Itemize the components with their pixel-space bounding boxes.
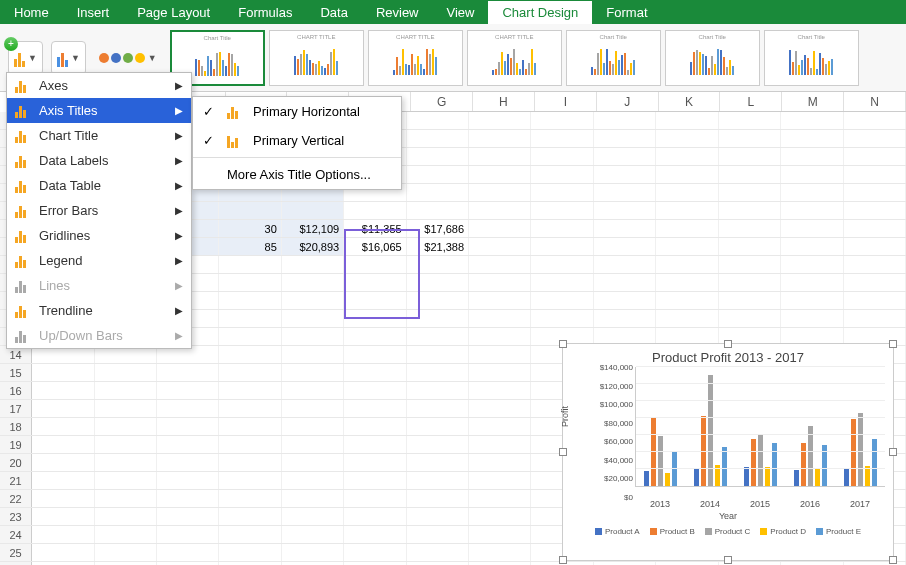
row-header-23[interactable]: 23 [0, 508, 32, 525]
cell-D21[interactable] [219, 472, 281, 489]
cell-K[interactable] [656, 256, 718, 273]
cell-H14[interactable] [469, 346, 531, 363]
col-header-K[interactable]: K [659, 92, 721, 111]
row-header-18[interactable]: 18 [0, 418, 32, 435]
cell-H24[interactable] [469, 526, 531, 543]
cell-B15[interactable] [95, 364, 157, 381]
cell-M[interactable] [781, 274, 843, 291]
cell-B25[interactable] [95, 544, 157, 561]
cell-C16[interactable] [157, 382, 219, 399]
cell-E15[interactable] [282, 364, 344, 381]
cell-E23[interactable] [282, 508, 344, 525]
cell-B22[interactable] [95, 490, 157, 507]
ribbon-tab-page-layout[interactable]: Page Layout [123, 1, 224, 24]
cell-L[interactable] [719, 202, 781, 219]
cell-A21[interactable] [32, 472, 94, 489]
row-header-20[interactable]: 20 [0, 454, 32, 471]
menu-item-data-table[interactable]: Data Table▶ [7, 173, 191, 198]
cell-G14[interactable] [407, 346, 469, 363]
cell-E[interactable]: $12,109 [282, 220, 344, 237]
menu-item-chart-title[interactable]: Chart Title▶ [7, 123, 191, 148]
cell-I[interactable] [531, 130, 593, 147]
cell-H[interactable] [469, 148, 531, 165]
cell-G22[interactable] [407, 490, 469, 507]
cell-G[interactable] [407, 310, 469, 327]
cell-E[interactable]: $20,893 [282, 238, 344, 255]
cell-N[interactable] [844, 112, 906, 129]
cell-D[interactable] [219, 202, 281, 219]
cell-L[interactable] [719, 184, 781, 201]
cell-N[interactable] [844, 310, 906, 327]
cell-A20[interactable] [32, 454, 94, 471]
cell-L[interactable] [719, 220, 781, 237]
cell-A25[interactable] [32, 544, 94, 561]
cell-F[interactable] [344, 274, 406, 291]
cell-M[interactable] [781, 238, 843, 255]
col-header-G[interactable]: G [411, 92, 473, 111]
cell-D[interactable]: 85 [219, 238, 281, 255]
cell-I[interactable] [531, 184, 593, 201]
cell-A18[interactable] [32, 418, 94, 435]
cell-K[interactable] [656, 274, 718, 291]
col-header-M[interactable]: M [782, 92, 844, 111]
cell-D14[interactable] [219, 346, 281, 363]
col-header-L[interactable]: L [720, 92, 782, 111]
cell-K[interactable] [656, 310, 718, 327]
cell-C17[interactable] [157, 400, 219, 417]
cell-K[interactable] [656, 202, 718, 219]
cell-B21[interactable] [95, 472, 157, 489]
cell-G20[interactable] [407, 454, 469, 471]
cell-G15[interactable] [407, 364, 469, 381]
cell-C20[interactable] [157, 454, 219, 471]
row-header-21[interactable]: 21 [0, 472, 32, 489]
cell-E20[interactable] [282, 454, 344, 471]
cell-M[interactable] [781, 256, 843, 273]
ribbon-tab-review[interactable]: Review [362, 1, 433, 24]
chart-style-4[interactable]: CHART TITLE [467, 30, 562, 86]
cell-H17[interactable] [469, 400, 531, 417]
chart-style-5[interactable]: Chart Title [566, 30, 661, 86]
cell-G[interactable] [407, 274, 469, 291]
menu-item-error-bars[interactable]: Error Bars▶ [7, 198, 191, 223]
cell-N[interactable] [844, 220, 906, 237]
cell-E25[interactable] [282, 544, 344, 561]
cell-K[interactable] [656, 184, 718, 201]
cell-E21[interactable] [282, 472, 344, 489]
cell-K[interactable] [656, 220, 718, 237]
cell-F14[interactable] [344, 346, 406, 363]
col-header-J[interactable]: J [597, 92, 659, 111]
cell-J[interactable] [594, 202, 656, 219]
cell-F23[interactable] [344, 508, 406, 525]
cell-E[interactable] [282, 256, 344, 273]
cell-E22[interactable] [282, 490, 344, 507]
cell-H15[interactable] [469, 364, 531, 381]
cell-H[interactable] [469, 184, 531, 201]
change-colors-button[interactable]: ▼ [94, 41, 162, 75]
cell-A22[interactable] [32, 490, 94, 507]
cell-F18[interactable] [344, 418, 406, 435]
cell-M[interactable] [781, 202, 843, 219]
cell-D[interactable] [219, 292, 281, 309]
cell-I[interactable] [531, 166, 593, 183]
cell-H[interactable] [469, 220, 531, 237]
ribbon-tab-format[interactable]: Format [592, 1, 661, 24]
cell-L[interactable] [719, 238, 781, 255]
y-axis-label[interactable]: Profit [560, 406, 570, 427]
row-header-24[interactable]: 24 [0, 526, 32, 543]
cell-G[interactable] [407, 202, 469, 219]
cell-D[interactable] [219, 256, 281, 273]
cell-D16[interactable] [219, 382, 281, 399]
cell-J[interactable] [594, 112, 656, 129]
cell-A16[interactable] [32, 382, 94, 399]
cell-G[interactable] [407, 184, 469, 201]
cell-G13[interactable] [407, 328, 469, 345]
cell-G24[interactable] [407, 526, 469, 543]
cell-D17[interactable] [219, 400, 281, 417]
plot-area[interactable] [635, 367, 885, 487]
cell-G21[interactable] [407, 472, 469, 489]
cell-M[interactable] [781, 130, 843, 147]
cell-I[interactable] [531, 202, 593, 219]
chart-style-7[interactable]: Chart Title [764, 30, 859, 86]
cell-G[interactable] [407, 256, 469, 273]
cell-F19[interactable] [344, 436, 406, 453]
